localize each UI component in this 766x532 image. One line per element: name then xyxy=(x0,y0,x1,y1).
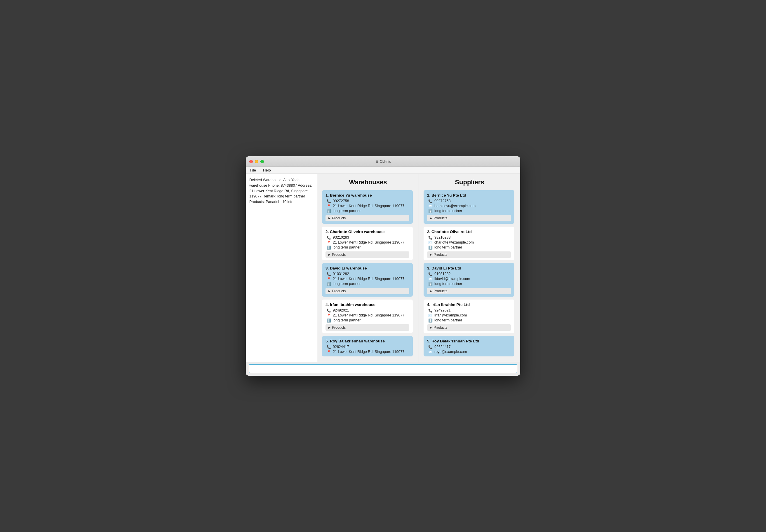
supplier-remark-row-3: ℹ️ long term partner xyxy=(427,282,511,286)
supplier-products-tri-3: ▶ xyxy=(430,290,432,293)
command-input[interactable] xyxy=(249,364,517,373)
info-icon-1: ℹ️ xyxy=(327,209,331,213)
warehouse-address-row-2: 📍 21 Lower Kent Ridge Rd, Singapore 1190… xyxy=(326,240,409,245)
supplier-email-row-3: ✉️ lidavid@example.com xyxy=(427,277,511,281)
warehouse-card-2: 2. Charlotte Oliveiro warehouse 📞 932102… xyxy=(322,227,413,260)
close-button[interactable] xyxy=(249,160,253,163)
warehouse-phone-row-4: 📞 92492021 xyxy=(326,308,409,313)
warehouse-products-btn-3[interactable]: ▶ Products xyxy=(326,288,409,294)
supplier-phone-icon-2: 📞 xyxy=(428,236,433,240)
location-icon-4: 📍 xyxy=(327,314,331,318)
warehouse-products-btn-1[interactable]: ▶ Products xyxy=(326,215,409,221)
products-tri-icon-2: ▶ xyxy=(328,253,330,256)
supplier-name-4: 4. Irfan Ibrahim Pte Ltd xyxy=(427,302,511,307)
supplier-products-btn-3[interactable]: ▶ Products xyxy=(427,288,511,294)
supplier-email-icon-3: ✉️ xyxy=(428,277,433,281)
supplier-email-icon-1: ✉️ xyxy=(428,204,433,208)
warehouse-remark-row-3: ℹ️ long term partner xyxy=(326,282,409,286)
info-icon-4: ℹ️ xyxy=(327,319,331,323)
menubar: File Help xyxy=(246,167,520,174)
location-icon-5: 📍 xyxy=(327,350,331,354)
suppliers-scroll[interactable]: 1. Bernice Yu Pte Ltd 📞 99272758 ✉️ bern… xyxy=(424,190,515,359)
phone-icon-5: 📞 xyxy=(327,345,331,349)
warehouse-card-3: 3. David Li warehouse 📞 91031282 📍 21 Lo… xyxy=(322,263,413,297)
supplier-phone-icon-3: 📞 xyxy=(428,272,433,276)
supplier-email-icon-5: ✉️ xyxy=(428,350,433,354)
warehouse-phone-row-1: 📞 99272758 xyxy=(326,199,409,203)
supplier-email-row-2: ✉️ charlotte@example.com xyxy=(427,240,511,245)
supplier-phone-row-3: 📞 91031282 xyxy=(427,272,511,276)
minimize-button[interactable] xyxy=(255,160,258,163)
products-tri-icon-1: ▶ xyxy=(328,217,330,220)
supplier-phone-row-2: 📞 93210283 xyxy=(427,235,511,240)
warehouse-card-4: 4. Irfan Ibrahim warehouse 📞 92492021 📍 … xyxy=(322,300,413,333)
supplier-card-3: 3. David Li Pte Ltd 📞 91031282 ✉️ lidavi… xyxy=(424,263,514,297)
menu-file[interactable]: File xyxy=(248,167,258,173)
location-icon-2: 📍 xyxy=(327,241,331,245)
suppliers-title: Suppliers xyxy=(424,179,515,186)
warehouses-column: Warehouses 1. Bernice Yu warehouse 📞 992… xyxy=(317,174,419,362)
suppliers-column: Suppliers 1. Bernice Yu Pte Ltd 📞 992727… xyxy=(419,174,520,362)
products-tri-icon-4: ▶ xyxy=(328,326,330,329)
warehouse-address-row-1: 📍 21 Lower Kent Ridge Rd, Singapore 1190… xyxy=(326,204,409,208)
warehouse-card-1: 1. Bernice Yu warehouse 📞 99272758 📍 21 … xyxy=(322,190,413,224)
main-content: Deleted Warehouse: Alex Yeoh warehouse P… xyxy=(246,174,520,362)
supplier-card-4: 4. Irfan Ibrahim Pte Ltd 📞 92492021 ✉️ i… xyxy=(424,300,514,333)
warehouse-name-1: 1. Bernice Yu warehouse xyxy=(326,193,409,197)
products-tri-icon-3: ▶ xyxy=(328,290,330,293)
warehouse-products-btn-2[interactable]: ▶ Products xyxy=(326,251,409,258)
warehouse-remark-row-4: ℹ️ long term partner xyxy=(326,318,409,323)
supplier-info-icon-1: ℹ️ xyxy=(428,209,433,213)
supplier-products-btn-2[interactable]: ▶ Products xyxy=(427,251,511,258)
menu-help[interactable]: Help xyxy=(261,167,273,173)
warehouse-phone-row-5: 📞 92624417 xyxy=(326,345,409,349)
supplier-name-2: 2. Charlotte Oliveiro Ltd xyxy=(427,230,511,234)
info-icon-2: ℹ️ xyxy=(327,246,331,250)
titlebar: 🖥 CLI-nic xyxy=(246,156,520,167)
supplier-products-tri-4: ▶ xyxy=(430,326,432,329)
supplier-email-row-5: ✉️ royb@example.com xyxy=(427,350,511,354)
supplier-phone-icon-1: 📞 xyxy=(428,199,433,203)
warehouses-scroll[interactable]: 1. Bernice Yu warehouse 📞 99272758 📍 21 … xyxy=(322,190,414,359)
supplier-products-tri-2: ▶ xyxy=(430,253,432,256)
warehouse-address-row-4: 📍 21 Lower Kent Ridge Rd, Singapore 1190… xyxy=(326,313,409,318)
window-title: 🖥 CLI-nic xyxy=(375,160,391,164)
phone-icon-2: 📞 xyxy=(327,236,331,240)
supplier-products-btn-4[interactable]: ▶ Products xyxy=(427,324,511,331)
warehouse-name-2: 2. Charlotte Oliveiro warehouse xyxy=(326,230,409,234)
maximize-button[interactable] xyxy=(260,160,264,163)
supplier-name-3: 3. David Li Pte Ltd xyxy=(427,266,511,270)
bottom-bar xyxy=(246,362,520,376)
window-icon: 🖥 xyxy=(375,160,378,163)
right-area: Warehouses 1. Bernice Yu warehouse 📞 992… xyxy=(317,174,520,362)
supplier-remark-row-2: ℹ️ long term partner xyxy=(427,245,511,250)
warehouse-remark-row-1: ℹ️ long term partner xyxy=(326,209,409,213)
supplier-card-2: 2. Charlotte Oliveiro Ltd 📞 93210283 ✉️ … xyxy=(424,227,514,260)
supplier-email-row-4: ✉️ irfan@example.com xyxy=(427,313,511,318)
warehouse-products-btn-4[interactable]: ▶ Products xyxy=(326,324,409,331)
location-icon-3: 📍 xyxy=(327,277,331,281)
warehouses-title: Warehouses xyxy=(322,179,414,186)
phone-icon-1: 📞 xyxy=(327,199,331,203)
warehouse-phone-row-2: 📞 93210283 xyxy=(326,235,409,240)
supplier-card-1: 1. Bernice Yu Pte Ltd 📞 99272758 ✉️ bern… xyxy=(424,190,514,224)
phone-icon-4: 📞 xyxy=(327,309,331,313)
supplier-remark-row-1: ℹ️ long term partner xyxy=(427,209,511,213)
supplier-name-5: 5. Roy Balakrishnan Pte Ltd xyxy=(427,339,511,343)
traffic-lights xyxy=(249,160,264,163)
supplier-phone-row-4: 📞 92492021 xyxy=(427,308,511,313)
supplier-products-btn-1[interactable]: ▶ Products xyxy=(427,215,511,221)
warehouse-address-row-5: 📍 21 Lower Kent Ridge Rd, Singapore 1190… xyxy=(326,350,409,354)
location-icon-1: 📍 xyxy=(327,204,331,208)
supplier-remark-row-4: ℹ️ long term partner xyxy=(427,318,511,323)
supplier-phone-icon-5: 📞 xyxy=(428,345,433,349)
supplier-info-icon-2: ℹ️ xyxy=(428,246,433,250)
supplier-card-5: 5. Roy Balakrishnan Pte Ltd 📞 92624417 ✉… xyxy=(424,336,514,356)
phone-icon-3: 📞 xyxy=(327,272,331,276)
supplier-phone-row-5: 📞 92624417 xyxy=(427,345,511,349)
warehouse-phone-row-3: 📞 91031282 xyxy=(326,272,409,276)
supplier-info-icon-4: ℹ️ xyxy=(428,319,433,323)
warehouse-address-row-3: 📍 21 Lower Kent Ridge Rd, Singapore 1190… xyxy=(326,277,409,281)
supplier-phone-row-1: 📞 99272758 xyxy=(427,199,511,203)
left-panel-text: Deleted Warehouse: Alex Yeoh warehouse P… xyxy=(249,178,312,204)
